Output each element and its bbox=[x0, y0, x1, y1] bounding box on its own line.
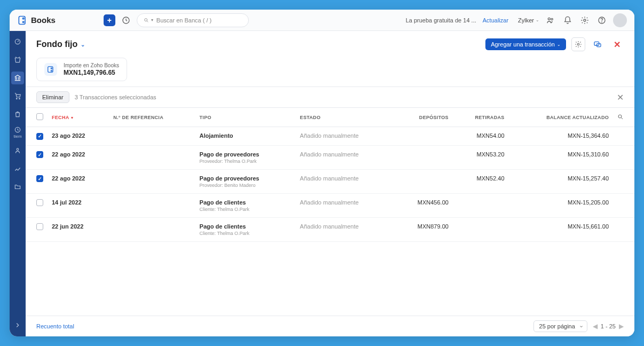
cell-referencia bbox=[109, 193, 195, 217]
global-search-input[interactable]: ▾ Buscar en Banca ( / ) bbox=[137, 13, 249, 27]
close-icon: ✕ bbox=[617, 93, 624, 102]
sidebar-expand-button[interactable] bbox=[14, 321, 21, 331]
help-icon[interactable] bbox=[596, 14, 608, 26]
dashboard-icon bbox=[14, 38, 21, 45]
balance-label: Importe en Zoho Books bbox=[64, 62, 119, 68]
cell-retiradas bbox=[453, 217, 509, 241]
total-count-link[interactable]: Recuento total bbox=[36, 323, 74, 329]
balance-card: Importe en Zoho Books MXN1,149,796.65 bbox=[36, 58, 127, 81]
page-title-text: Fondo fijo bbox=[36, 40, 77, 49]
svg-point-9 bbox=[602, 22, 602, 22]
sidebar-item-sales[interactable] bbox=[11, 90, 24, 103]
row-checkbox[interactable] bbox=[36, 175, 43, 182]
page-title-dropdown[interactable]: Fondo fijo ⌄ bbox=[36, 40, 85, 49]
cell-tail bbox=[613, 145, 634, 169]
cell-fecha: 14 jul 2022 bbox=[48, 193, 109, 217]
app-logo[interactable]: Books bbox=[17, 15, 56, 26]
table-row[interactable]: 23 ago 2022 Alojamiento Añadido manualme… bbox=[26, 127, 634, 146]
sidebar-item-dashboard[interactable] bbox=[11, 35, 24, 48]
selection-close-button[interactable]: ✕ bbox=[617, 92, 624, 103]
close-icon: ✕ bbox=[614, 40, 621, 50]
cell-referencia bbox=[109, 169, 195, 193]
notifications-icon[interactable] bbox=[562, 14, 574, 26]
items-icon bbox=[14, 56, 21, 64]
column-tipo[interactable]: TIPO bbox=[195, 108, 296, 127]
cell-tipo: Pago de clientesCliente: Thelma O.Park bbox=[195, 193, 296, 217]
cell-fecha: 22 ago 2022 bbox=[48, 169, 109, 193]
page-header: Fondo fijo ⌄ Agregar una transacción ⌄ ✕ bbox=[26, 31, 634, 58]
svg-point-12 bbox=[19, 98, 20, 99]
svg-point-1 bbox=[22, 18, 24, 19]
add-transaction-button[interactable]: Agregar una transacción ⌄ bbox=[485, 38, 566, 50]
sidebar-item-banking[interactable] bbox=[11, 72, 24, 84]
balance-icon bbox=[44, 63, 57, 76]
table-row[interactable]: 22 ago 2022 Pago de proveedoresProveedor… bbox=[26, 169, 634, 193]
cell-depositos bbox=[395, 169, 453, 193]
chevron-down-icon: ⌄ bbox=[536, 18, 539, 22]
org-switcher[interactable]: Zylker ⌄ bbox=[518, 17, 539, 23]
cell-retiradas: MXN53.20 bbox=[453, 145, 509, 169]
app-logo-text: Books bbox=[31, 15, 56, 25]
pager-range-text: 1 - 25 bbox=[601, 323, 616, 329]
cell-retiradas: MXN52.40 bbox=[453, 169, 509, 193]
sidebar-item-time[interactable]: tiem bbox=[11, 126, 24, 139]
page-settings-button[interactable] bbox=[571, 37, 585, 51]
column-referencia[interactable]: N.° DE REFERENCIA bbox=[109, 108, 195, 127]
sidebar-item-purchases[interactable] bbox=[11, 108, 24, 121]
svg-point-11 bbox=[16, 98, 17, 99]
trial-upgrade-link[interactable]: Actualizar bbox=[483, 17, 508, 23]
close-button[interactable]: ✕ bbox=[610, 37, 624, 51]
select-all-checkbox[interactable] bbox=[36, 113, 43, 120]
row-checkbox[interactable] bbox=[36, 223, 43, 230]
delete-selected-button[interactable]: Eliminar bbox=[36, 91, 69, 103]
sidebar: tiem bbox=[10, 31, 26, 336]
recent-activity-icon[interactable] bbox=[121, 15, 131, 26]
bank-icon bbox=[14, 74, 21, 82]
trial-text: La prueba gratuita de 14 ... bbox=[406, 17, 476, 23]
settings-icon[interactable] bbox=[579, 14, 591, 26]
folder-icon bbox=[14, 183, 21, 191]
pager-next-button[interactable]: ▶ bbox=[619, 323, 624, 330]
gear-icon bbox=[575, 41, 582, 48]
row-checkbox[interactable] bbox=[36, 133, 43, 140]
global-add-button[interactable]: + bbox=[104, 14, 115, 26]
cell-depositos bbox=[395, 127, 453, 146]
table-row[interactable]: 22 jun 2022 Pago de clientesCliente: The… bbox=[26, 217, 634, 241]
column-search[interactable] bbox=[613, 108, 634, 127]
app-window: Books + ▾ Buscar en Banca ( / ) La prueb… bbox=[10, 10, 634, 336]
column-balance[interactable]: BALANCE ACTUALIZADO bbox=[509, 108, 613, 127]
users-icon[interactable] bbox=[545, 14, 556, 26]
sidebar-item-items[interactable] bbox=[11, 53, 24, 66]
cell-depositos bbox=[395, 145, 453, 169]
pager-prev-button[interactable]: ◀ bbox=[593, 323, 598, 330]
cell-balance: MXN-15,257.40 bbox=[509, 169, 613, 193]
column-fecha[interactable]: FECHA▼ bbox=[48, 108, 109, 127]
user-avatar[interactable] bbox=[613, 13, 627, 27]
sidebar-item-reports[interactable] bbox=[11, 162, 24, 175]
column-depositos[interactable]: DEPÓSITOS bbox=[395, 108, 453, 127]
search-caret-icon: ▾ bbox=[151, 18, 153, 22]
svg-point-5 bbox=[548, 18, 550, 20]
column-retiradas[interactable]: RETIRADAS bbox=[453, 108, 509, 127]
svg-rect-0 bbox=[19, 16, 25, 24]
sidebar-item-documents[interactable] bbox=[11, 180, 24, 193]
table-row[interactable]: 22 ago 2022 Pago de proveedoresProveedor… bbox=[26, 145, 634, 169]
row-checkbox[interactable] bbox=[36, 151, 43, 158]
cell-referencia bbox=[109, 127, 195, 146]
chat-button[interactable] bbox=[591, 37, 604, 51]
per-page-select[interactable]: 25 por página bbox=[533, 320, 587, 332]
column-estado[interactable]: ESTADO bbox=[296, 108, 395, 127]
cell-fecha: 22 ago 2022 bbox=[48, 145, 109, 169]
bag-icon bbox=[14, 111, 21, 118]
table-row[interactable]: 14 jul 2022 Pago de clientesCliente: The… bbox=[26, 193, 634, 217]
cell-depositos: MXN879.00 bbox=[395, 217, 453, 241]
search-placeholder: Buscar en Banca ( / ) bbox=[156, 17, 211, 23]
svg-point-20 bbox=[51, 70, 52, 72]
cell-tipo: Alojamiento bbox=[195, 127, 296, 146]
balance-amount: MXN1,149,796.65 bbox=[64, 69, 119, 76]
row-checkbox[interactable] bbox=[36, 199, 43, 206]
svg-point-21 bbox=[618, 115, 622, 118]
cell-tail bbox=[613, 127, 634, 146]
sidebar-item-accountant[interactable] bbox=[11, 144, 24, 157]
search-icon bbox=[144, 18, 149, 23]
